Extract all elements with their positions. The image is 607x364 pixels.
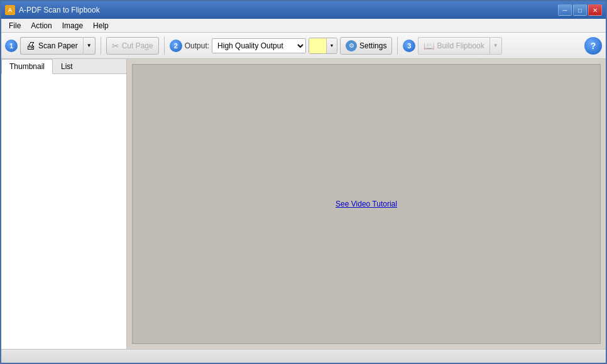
menu-bar: File Action Image Help (1, 19, 606, 33)
tab-thumbnail[interactable]: Thumbnail (1, 59, 53, 74)
app-icon: A (5, 5, 15, 15)
scan-paper-dropdown[interactable]: ▼ (83, 37, 96, 55)
output-select[interactable]: High Quality Output Standard Output Low … (212, 38, 306, 53)
thumbnail-panel (1, 74, 126, 349)
step2-badge: 2 (170, 40, 182, 52)
menu-action[interactable]: Action (26, 20, 57, 31)
scan-paper-group: 🖨 Scan Paper ▼ (20, 37, 96, 55)
tab-list[interactable]: List (53, 59, 81, 74)
menu-file[interactable]: File (4, 20, 26, 31)
help-button[interactable]: ? (584, 37, 602, 55)
separator-3 (397, 37, 398, 55)
scanner-icon: 🖨 (26, 40, 36, 51)
output-label: Output: (185, 41, 209, 50)
gear-icon: ⚙ (346, 40, 357, 51)
step3-badge: 3 (403, 40, 415, 52)
book-icon: 📖 (424, 41, 434, 51)
color-swatch-arrow: ▼ (327, 38, 337, 53)
title-bar: A A-PDF Scan to Flipbook ─ □ ✕ (1, 1, 606, 19)
tab-bar: Thumbnail List (1, 59, 126, 74)
settings-button[interactable]: ⚙ Settings (340, 37, 392, 55)
close-button[interactable]: ✕ (588, 4, 602, 16)
cut-page-icon: ✂ (112, 41, 119, 51)
content-area: Thumbnail List See Video Tutorial (1, 59, 606, 349)
separator-2 (164, 37, 165, 55)
toolbar: 1 🖨 Scan Paper ▼ ✂ Cut Page 2 Output: Hi… (1, 33, 606, 59)
settings-label: Settings (359, 41, 386, 50)
menu-help[interactable]: Help (88, 20, 114, 31)
cut-page-button[interactable]: ✂ Cut Page (106, 37, 159, 55)
output-group: Output: High Quality Output Standard Out… (185, 38, 306, 53)
window-controls: ─ □ ✕ (558, 4, 602, 16)
step1-badge: 1 (5, 40, 18, 52)
build-flipbook-label: Build Flipbook (437, 41, 484, 50)
scan-paper-button[interactable]: 🖨 Scan Paper (20, 37, 83, 55)
scan-paper-label: Scan Paper (38, 41, 78, 50)
minimize-button[interactable]: ─ (558, 4, 572, 16)
color-swatch (309, 38, 327, 53)
window-title: A-PDF Scan to Flipbook (19, 6, 558, 14)
video-tutorial-link[interactable]: See Video Tutorial (336, 200, 397, 208)
left-panel: Thumbnail List (1, 59, 127, 349)
menu-image[interactable]: Image (57, 20, 88, 31)
cut-page-label: Cut Page (122, 41, 153, 50)
color-swatch-button[interactable]: ▼ (309, 38, 337, 54)
preview-area: See Video Tutorial (127, 59, 606, 349)
build-flipbook-button[interactable]: 📖 Build Flipbook (418, 37, 489, 55)
status-bar (1, 349, 606, 363)
main-window: A A-PDF Scan to Flipbook ─ □ ✕ File Acti… (0, 0, 607, 364)
build-flipbook-dropdown[interactable]: ▼ (489, 37, 502, 55)
preview-canvas: See Video Tutorial (132, 64, 601, 344)
maximize-button[interactable]: □ (573, 4, 587, 16)
separator-1 (101, 37, 101, 55)
build-flipbook-group: 📖 Build Flipbook ▼ (418, 37, 501, 55)
